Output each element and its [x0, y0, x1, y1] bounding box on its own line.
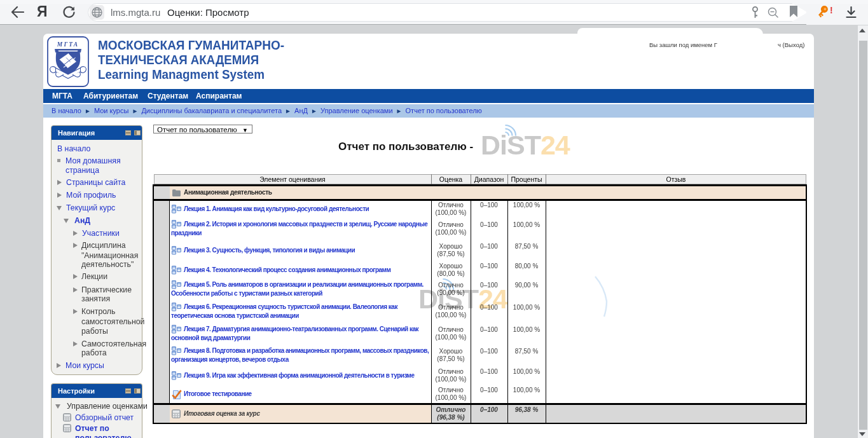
svg-text:!: ! — [830, 5, 833, 15]
svg-text:МГТА: МГТА — [57, 41, 79, 48]
